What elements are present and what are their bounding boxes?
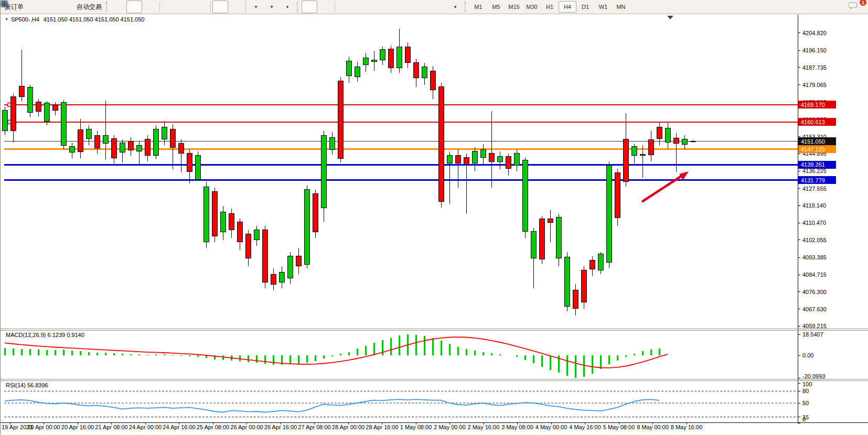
templates-button[interactable]: [279, 1, 295, 13]
svg-text:8 May 00:00: 8 May 00:00: [637, 424, 669, 430]
price-badge-4160.613: 4160.613: [798, 118, 836, 126]
svg-text:27 Apr 08:00: 27 Apr 08:00: [298, 424, 330, 430]
rsi-pane[interactable]: 1008050150: [4, 381, 812, 423]
candle-10: [86, 129, 91, 139]
candle-13: [111, 139, 116, 158]
text-label-button[interactable]: T: [431, 1, 447, 13]
annotation-arrow[interactable]: [642, 171, 689, 202]
candle-57: [480, 149, 486, 157]
toolbar-separator: [210, 2, 211, 12]
svg-text:4179.065: 4179.065: [802, 82, 827, 88]
periods-button[interactable]: [263, 1, 279, 13]
indicators-button[interactable]: [248, 1, 263, 13]
svg-text:4084.715: 4084.715: [802, 271, 827, 278]
candle-78: [657, 127, 662, 139]
candle-25: [212, 192, 217, 236]
svg-text:4 May 16:00: 4 May 16:00: [569, 424, 601, 430]
candle-42: [355, 67, 360, 77]
timeframe-button-d1[interactable]: D1: [576, 1, 594, 13]
bar-chart-button[interactable]: [111, 1, 126, 13]
notifications-button[interactable]: 1: [848, 1, 864, 13]
data-window-button[interactable]: [41, 1, 57, 13]
tile-windows-button[interactable]: [193, 1, 209, 13]
candle-41: [346, 61, 351, 76]
rsi-label: RSI(14) 56.8396: [6, 382, 48, 388]
trendline-button[interactable]: [368, 1, 384, 13]
horizontal-line-button[interactable]: [352, 1, 368, 13]
candle-21: [178, 144, 184, 154]
chart-shift-button[interactable]: [228, 1, 244, 13]
crosshair-button[interactable]: [317, 1, 333, 13]
price-badge-4147.129: 4147.129: [798, 145, 836, 153]
candle-32: [271, 274, 276, 284]
timeframe-button-m5[interactable]: M5: [487, 1, 505, 13]
svg-text:4147.129: 4147.129: [801, 146, 825, 153]
svg-text:4119.140: 4119.140: [802, 202, 826, 209]
candle-46: [388, 49, 393, 68]
line-chart-button[interactable]: [142, 1, 158, 13]
strategy-tester-button[interactable]: [57, 1, 73, 13]
candle-19: [162, 127, 167, 139]
timeframe-button-h4[interactable]: H4: [559, 1, 576, 13]
timeframe-button-m1[interactable]: M1: [469, 1, 487, 13]
zoom-in-button[interactable]: [162, 1, 177, 13]
arrows-button[interactable]: [447, 1, 463, 13]
text-button[interactable]: A: [415, 1, 431, 13]
candle-75: [631, 146, 637, 155]
vertical-line-button[interactable]: [337, 1, 352, 13]
chart-shift-marker-icon[interactable]: [667, 16, 673, 19]
collapse-triangle-icon[interactable]: [5, 16, 11, 23]
candle-11: [94, 135, 100, 148]
candle-9: [78, 130, 83, 151]
candle-20: [170, 129, 175, 148]
svg-text:0: 0: [802, 416, 806, 422]
candle-48: [405, 47, 410, 63]
candle-50: [422, 67, 427, 78]
timeframe-button-h1[interactable]: H1: [541, 1, 559, 13]
svg-text:80: 80: [802, 388, 809, 394]
candle-59: [497, 157, 502, 162]
fibonacci-button[interactable]: F: [400, 1, 415, 13]
new-chart-button[interactable]: [26, 1, 41, 13]
candle-40: [338, 81, 343, 158]
autotrading-button[interactable]: 自动交易: [73, 1, 104, 13]
candle-45: [380, 50, 385, 60]
timeframe-button-m30[interactable]: M30: [523, 1, 541, 13]
svg-text:2 May 00:00: 2 May 00:00: [434, 424, 466, 430]
candle-38: [321, 135, 326, 208]
svg-text:20 Apr 00:00: 20 Apr 00:00: [27, 424, 60, 430]
auto-scroll-button[interactable]: [212, 1, 228, 13]
candle-16: [136, 145, 142, 151]
svg-text:28 Apr 16:00: 28 Apr 16:00: [366, 424, 398, 430]
toolbar-separator: [159, 2, 160, 12]
zoom-out-button[interactable]: [177, 1, 193, 13]
timeframe-button-w1[interactable]: W1: [594, 1, 612, 13]
svg-text:100: 100: [802, 381, 812, 387]
candle-36: [304, 190, 309, 264]
chart-canvas[interactable]: 4204.8204196.1504187.7354179.0654170.395…: [1, 0, 868, 435]
candle-71: [598, 254, 603, 270]
svg-text:26 Apr 16:00: 26 Apr 16:00: [264, 424, 297, 430]
candle-66: [556, 218, 561, 258]
candle-3: [27, 88, 33, 113]
candle-74: [623, 139, 628, 182]
timeframe-button-m15[interactable]: M15: [505, 1, 523, 13]
svg-text:3 May 08:00: 3 May 08:00: [501, 424, 533, 430]
timeframe-button-mn[interactable]: MN: [612, 1, 630, 13]
svg-text:21 Apr 08:00: 21 Apr 08:00: [95, 424, 127, 430]
candlestick-chart-button[interactable]: [126, 1, 142, 13]
toolbar-grip: [297, 2, 299, 12]
time-axis[interactable]: 19 Apr 202320 Apr 00:0020 Apr 16:0021 Ap…: [2, 422, 702, 430]
svg-text:4139.351: 4139.351: [801, 161, 825, 168]
equidistant-channel-button[interactable]: E: [384, 1, 400, 13]
candle-18: [153, 129, 158, 156]
macd-pane[interactable]: 18.54070.00-20.0993: [5, 331, 825, 379]
candle-64: [539, 219, 544, 259]
cursor-button[interactable]: [302, 1, 317, 13]
search-button[interactable]: [832, 1, 848, 13]
main-toolbar: 新订单 自动交易: [1, 0, 868, 14]
candle-72: [606, 166, 612, 262]
candle-29: [245, 234, 251, 258]
candle-77: [648, 140, 653, 155]
price-axis[interactable]: 4204.8204196.1504187.7354179.0654170.395…: [798, 30, 836, 329]
